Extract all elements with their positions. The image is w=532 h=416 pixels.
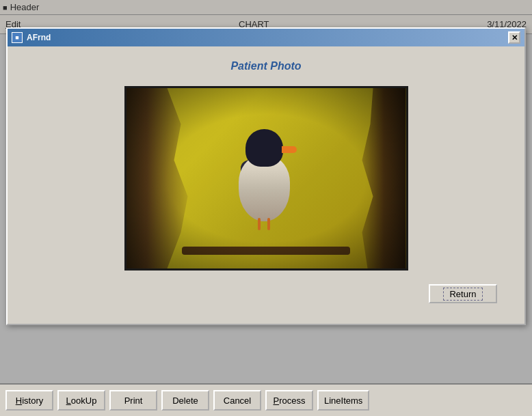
patient-photo-dialog: ■ AFrnd ✕ Patient Photo — [6, 27, 526, 325]
dialog-body: Patient Photo — [8, 46, 524, 324]
history-button[interactable]: History — [5, 390, 53, 411]
bird-legs — [252, 218, 280, 232]
process-button[interactable]: Process — [265, 390, 313, 411]
print-button[interactable]: Print — [109, 390, 157, 411]
bird-beak — [282, 146, 297, 153]
lookup-button[interactable]: LookUp — [57, 390, 105, 411]
dialog-title: AFrnd — [27, 33, 51, 42]
branch-right — [351, 88, 406, 268]
cancel-button[interactable]: Cancel — [213, 390, 261, 411]
delete-button[interactable]: Delete — [161, 390, 209, 411]
patient-photo — [127, 88, 406, 268]
branch-left — [127, 88, 195, 268]
dialog-close-button[interactable]: ✕ — [508, 31, 520, 44]
dialog-app-icon: ■ — [12, 32, 23, 43]
lineitems-button[interactable]: LineItems — [317, 390, 369, 411]
patient-photo-frame — [124, 86, 408, 271]
bird-leg-right — [267, 218, 270, 230]
bird-main — [235, 129, 297, 225]
bird-leg-left — [258, 218, 261, 230]
bottom-bar: History LookUp Print Delete Cancel Proce… — [0, 383, 532, 416]
dialog-titlebar: ■ AFrnd ✕ — [8, 29, 524, 46]
bird — [235, 129, 297, 225]
branch-bottom — [182, 247, 349, 255]
return-button[interactable]: Return — [429, 284, 497, 303]
dialog-actions: Return — [28, 284, 504, 303]
bird-head — [245, 129, 283, 167]
modal-overlay: ■ AFrnd ✕ Patient Photo — [0, 0, 532, 383]
dialog-title-left: ■ AFrnd — [12, 32, 51, 43]
dialog-heading: Patient Photo — [230, 60, 301, 72]
